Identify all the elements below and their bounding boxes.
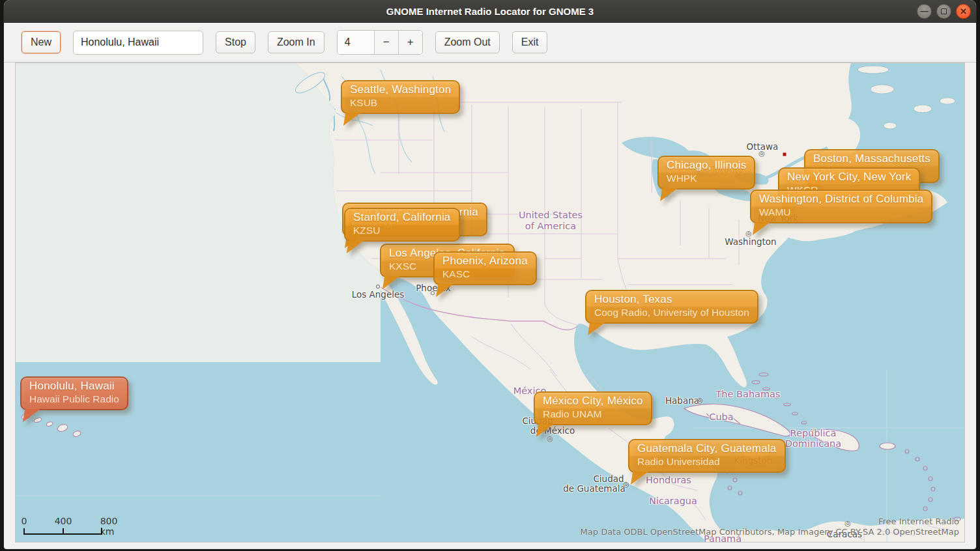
scale-tick-label: 0 bbox=[22, 516, 27, 526]
marker-title: México City, México bbox=[543, 395, 643, 408]
stop-button[interactable]: Stop bbox=[216, 31, 255, 53]
marker-bubble: Phoenix, Arizona KASC bbox=[433, 251, 537, 285]
map-marker-seattle[interactable]: Seattle, Washington KSUB bbox=[341, 80, 460, 114]
marker-subtitle: KZSU bbox=[353, 225, 451, 236]
main-area: Ottawa Toronto New York Washington Los A… bbox=[4, 63, 976, 549]
marker-title: Stanford, California bbox=[353, 211, 451, 224]
marker-title: Honolulu, Hawaii bbox=[29, 380, 119, 393]
map-marker-chicago[interactable]: Chicago, Illinois WHPK bbox=[657, 156, 755, 190]
marker-subtitle: KASC bbox=[442, 268, 528, 280]
window-title: GNOME Internet Radio Locator for GNOME 3 bbox=[386, 6, 594, 17]
map-marker-phoenix[interactable]: Phoenix, Arizona KASC bbox=[433, 251, 537, 285]
marker-subtitle: WHPK bbox=[667, 173, 746, 184]
map-view[interactable]: Ottawa Toronto New York Washington Los A… bbox=[15, 63, 965, 543]
map-attribution: Map Data ODBL OpenStreetMap Contributors… bbox=[581, 527, 959, 537]
map-label-bahamas: The Bahamas bbox=[715, 389, 780, 399]
map-marker-stanford[interactable]: Stanford, California KZSU bbox=[344, 208, 460, 242]
town-ring-icon: ◎ bbox=[745, 229, 752, 238]
town-ring-icon: ◎ bbox=[547, 434, 553, 443]
marker-title: Seattle, Washington bbox=[350, 83, 451, 96]
map-marker-honolulu[interactable]: Honolulu, Hawaii Hawaii Public Radio bbox=[20, 376, 128, 410]
new-button[interactable]: New bbox=[22, 31, 61, 53]
town-ring-icon: ◎ bbox=[623, 480, 629, 488]
marker-bubble: Seattle, Washington KSUB bbox=[341, 80, 460, 114]
map-label-republica: República bbox=[790, 428, 837, 438]
minimize-icon: — bbox=[921, 7, 929, 15]
zoom-level-value[interactable]: 4 bbox=[338, 31, 374, 54]
map-label-de-guatemala: de Guatemala bbox=[563, 483, 626, 494]
maximize-button[interactable] bbox=[936, 4, 951, 19]
map-label-honduras: Honduras bbox=[646, 475, 691, 485]
map-marker-guatemala-city[interactable]: Guatemala City, Guatemala Radio Universi… bbox=[628, 439, 786, 473]
titlebar[interactable]: GNOME Internet Radio Locator for GNOME 3… bbox=[4, 0, 976, 23]
map-marker-houston[interactable]: Houston, Texas Coog Radio, University of… bbox=[585, 290, 758, 324]
window-controls: — ✕ bbox=[917, 0, 971, 22]
map-label-cuba: Cuba bbox=[709, 412, 733, 422]
map-label-washington: Washington bbox=[725, 236, 776, 247]
town-ring-icon: ◎ bbox=[758, 149, 765, 158]
marker-subtitle: WAMU bbox=[759, 206, 923, 218]
town-ring-icon: ◎ bbox=[844, 519, 851, 528]
app-window: GNOME Internet Radio Locator for GNOME 3… bbox=[4, 0, 976, 549]
marker-title: Guatemala City, Guatemala bbox=[637, 442, 777, 455]
exit-button[interactable]: Exit bbox=[512, 31, 548, 53]
marker-bubble: Washington, District of Columbia WAMU bbox=[750, 190, 932, 223]
app-attribution: Free Internet Radio bbox=[878, 516, 959, 526]
minimize-button[interactable]: — bbox=[917, 4, 932, 19]
map-marker-washington-dc[interactable]: Washington, District of Columbia WAMU bbox=[750, 190, 932, 223]
map-label-habana: Habana bbox=[665, 395, 699, 406]
map-label-los-angeles: Los Angeles bbox=[352, 289, 405, 300]
close-icon: ✕ bbox=[960, 7, 967, 16]
town-dot-icon bbox=[376, 285, 380, 289]
scale-tick-label: 800 km bbox=[100, 516, 118, 537]
map-label-nicaragua: Nicaragua bbox=[649, 496, 697, 506]
map-label-united-states: United States bbox=[519, 210, 583, 220]
zoom-out-button[interactable]: Zoom Out bbox=[435, 31, 500, 53]
zoom-increment-button[interactable]: + bbox=[398, 31, 422, 54]
marker-title: Chicago, Illinois bbox=[667, 159, 746, 172]
map-label-ciudad-gt: Ciudad bbox=[593, 473, 624, 484]
marker-subtitle: Radio Universidad bbox=[637, 456, 777, 468]
location-search-input[interactable] bbox=[73, 31, 203, 55]
marker-title: Washington, District of Columbia bbox=[759, 193, 923, 206]
marker-bubble: Chicago, Illinois WHPK bbox=[657, 156, 755, 190]
map-canvas bbox=[16, 63, 965, 543]
maximize-icon bbox=[941, 8, 947, 14]
marker-bubble: Guatemala City, Guatemala Radio Universi… bbox=[628, 439, 786, 473]
close-button[interactable]: ✕ bbox=[956, 4, 971, 19]
map-label-of-america: of America bbox=[525, 221, 576, 231]
zoom-level-spinner: 4 − + bbox=[337, 30, 423, 55]
marker-bubble: Houston, Texas Coog Radio, University of… bbox=[585, 290, 758, 324]
zoom-in-button[interactable]: Zoom In bbox=[268, 31, 324, 53]
marker-title: Houston, Texas bbox=[594, 293, 749, 306]
town-ring-icon: ◎ bbox=[697, 396, 703, 404]
toolbar: New Stop Zoom In 4 − + Zoom Out Exit bbox=[4, 23, 976, 63]
marker-title: Phoenix, Arizona bbox=[442, 255, 528, 268]
marker-bubble: Stanford, California KZSU bbox=[344, 208, 460, 242]
marker-bubble: Honolulu, Hawaii Hawaii Public Radio bbox=[20, 376, 128, 410]
map-marker-mexico-city[interactable]: México City, México Radio UNAM bbox=[534, 391, 652, 425]
marker-subtitle: Coog Radio, University of Houston bbox=[594, 307, 749, 318]
marker-title: New York City, New York bbox=[787, 171, 911, 184]
marker-subtitle: Radio UNAM bbox=[543, 408, 643, 420]
red-dot-icon bbox=[783, 153, 786, 156]
zoom-decrement-button[interactable]: − bbox=[374, 31, 398, 54]
town-dot-icon bbox=[431, 291, 435, 295]
scale-tick-label: 400 bbox=[55, 516, 72, 526]
marker-subtitle: Hawaii Public Radio bbox=[29, 393, 119, 405]
marker-subtitle: KSUB bbox=[350, 97, 451, 109]
marker-bubble: México City, México Radio UNAM bbox=[534, 391, 652, 425]
map-label-dominicana: Dominicana bbox=[785, 438, 841, 449]
marker-title: Boston, Massachusetts bbox=[813, 152, 930, 165]
